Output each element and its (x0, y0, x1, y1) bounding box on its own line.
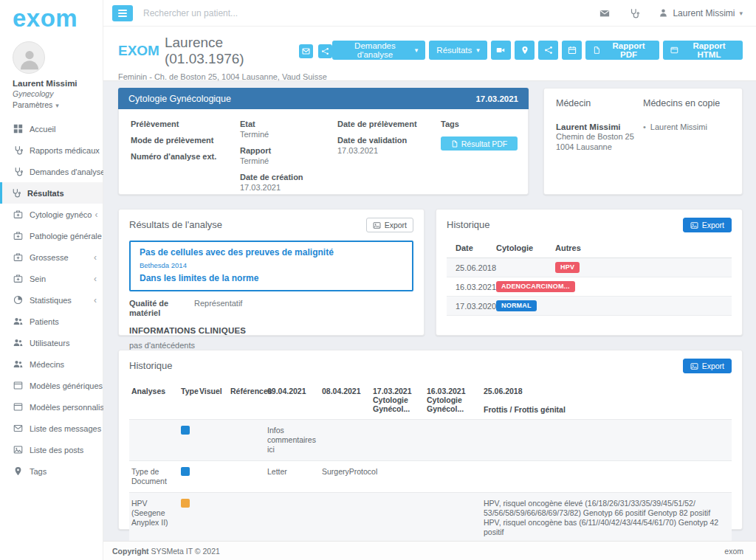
image-icon (13, 445, 23, 454)
sidebar-item-sein[interactable]: Sein (0, 268, 103, 289)
brand-logo: exom (0, 0, 103, 32)
history-col-autres: Autres (546, 240, 732, 258)
sidebar-item-grossesse[interactable]: Grossesse (0, 246, 103, 268)
sidebar-item-utilisateurs[interactable]: Utilisateurs (0, 332, 103, 353)
medical-case-icon (13, 231, 23, 241)
share-button[interactable] (538, 41, 558, 60)
image-icon (690, 362, 698, 370)
result-line-2: Bethesda 2014 (140, 261, 403, 269)
avatar (13, 41, 45, 74)
field-date-creation-value: 17.03.2021 (240, 182, 337, 193)
resultat-pdf-button[interactable]: Résultat PDF (441, 136, 518, 151)
calendar-button[interactable] (562, 41, 582, 60)
analysis-card-body: Prélèvement Mode de prélèvement Numéro d… (119, 109, 528, 193)
sidebar: exom Laurent Missimi Gynecology Paramètr… (0, 0, 103, 560)
sidebar-item-demandes-analyse[interactable]: Demandes d'analyse (0, 161, 103, 182)
patient-email-button[interactable] (299, 44, 313, 58)
map-pin-icon (13, 466, 23, 476)
timeline-panel-title: Historique (129, 359, 173, 371)
envelope-icon (302, 47, 310, 55)
app-root: exom Laurent Missimi Gynecology Paramètr… (0, 0, 756, 560)
main-column: Laurent Missimi EXOM Laurence (01.03.197… (103, 0, 756, 560)
clinical-info-value: pas d'antécédents (129, 341, 413, 350)
sidebar-item-statistiques[interactable]: Statistiques (0, 289, 103, 311)
results-export-button[interactable]: Export (366, 218, 413, 232)
patient-header: EXOM Laurence (01.03.1976) Feminin - Ch.… (103, 27, 756, 81)
resultats-dropdown[interactable]: Résultats (429, 41, 487, 60)
video-camera-icon (496, 46, 505, 55)
analysis-card-header: Cytologie Gynécologique 17.03.2021 (118, 88, 529, 109)
timeline-row[interactable]: Infos commentaires ici (129, 420, 732, 461)
sidebar-item-patients[interactable]: Patients (0, 311, 103, 332)
results-panel-title: Résultats de l'analyse (129, 218, 222, 230)
file-icon (451, 140, 458, 148)
timeline-panel: Historique Export Analyses Type Visuel R… (118, 350, 743, 530)
field-prelevement: Prélèvement (131, 119, 240, 129)
doctor-card: Médecin Laurent Missimi Chemin de Boston… (543, 88, 743, 195)
envelope-icon (13, 424, 23, 433)
medical-case-icon (13, 274, 23, 283)
messages-envelope-icon[interactable] (599, 8, 610, 18)
history-row[interactable]: 16.03.2021 ADENOCARCINOM... (447, 277, 732, 297)
profile-settings-dropdown[interactable]: Paramètres (13, 100, 91, 109)
video-call-button[interactable] (491, 41, 511, 60)
location-button[interactable] (515, 41, 535, 60)
history-export-button[interactable]: Export (683, 218, 732, 232)
sidebar-item-resultats[interactable]: Résultats (0, 182, 103, 204)
type-square-blue (181, 426, 190, 435)
user-menu-name: Laurent Missimi (673, 8, 735, 18)
field-date-validation-value: 17.03.2021 (337, 145, 441, 156)
patient-share-button[interactable] (318, 44, 332, 58)
status-badge: HPV (555, 262, 580, 273)
doctor-copy-item: Laurent Missimi (643, 122, 730, 131)
patient-subtitle: Feminin - Ch. de Boston 25, 1004 Lausann… (118, 72, 332, 81)
history-row[interactable]: 17.03.2020 NORMAL (447, 297, 732, 316)
sidebar-item-liste-messages[interactable]: Liste des messages (0, 418, 103, 439)
history-row[interactable]: 25.06.2018 HPV (447, 258, 732, 277)
sidebar-item-rapports-medicaux[interactable]: Rapports médicaux (0, 139, 103, 161)
user-menu[interactable]: Laurent Missimi (659, 8, 743, 18)
timeline-col-date-1: 09.04.2021 (265, 382, 320, 420)
footer: Copyright SYSMeta IT © 2021 exom (103, 541, 756, 560)
sidebar-item-modeles-generiques[interactable]: Modèles génériques (0, 375, 103, 396)
users-icon (13, 317, 23, 326)
field-rapport-value: Terminé (240, 156, 337, 166)
sidebar-item-accueil[interactable]: Accueil (0, 118, 103, 139)
menu-toggle-button[interactable] (112, 5, 133, 21)
users-icon (13, 359, 23, 369)
history-col-date: Date (447, 240, 487, 258)
row-analysis: Cytologie Gynécologique 17.03.2021 Prélè… (118, 88, 743, 195)
sidebar-item-medecins[interactable]: Médecins (0, 353, 103, 375)
timeline-col-visuel: Visuel (197, 382, 228, 420)
result-line-1: Pas de cellules avec des preuves de mali… (140, 247, 403, 257)
topbar-actions: Laurent Missimi (599, 8, 756, 18)
users-icon (13, 338, 23, 348)
rapport-html-button[interactable]: Rapport HTML (663, 41, 743, 60)
search-input[interactable] (143, 8, 350, 18)
sidebar-item-pathologie-generale[interactable]: Pathologie générale (0, 225, 103, 246)
file-icon (593, 46, 601, 55)
timeline-col-date-5: 25.06.2018Frottis / Frottis génital (481, 382, 732, 420)
sidebar-item-tags[interactable]: Tags (0, 460, 103, 482)
type-square-blue (181, 467, 190, 476)
topbar: Laurent Missimi (103, 0, 756, 27)
footer-copyright: Copyright SYSMeta IT © 2021 (112, 547, 220, 556)
map-pin-icon (520, 46, 529, 55)
pie-chart-icon (13, 295, 23, 305)
demandes-analyse-dropdown[interactable]: Demandes d'analyse (332, 41, 425, 60)
medical-case-icon (13, 252, 23, 262)
timeline-row[interactable]: HPV (Seegene Anyplex II) HPV, risquel on… (129, 493, 732, 542)
sidebar-item-cytologie-gyneco[interactable]: Cytologie gynéco (0, 204, 103, 225)
timeline-export-button[interactable]: Export (683, 359, 732, 373)
medical-case-icon (13, 210, 23, 219)
timeline-row[interactable]: Type de Document Letter SurgeryProtocol (129, 461, 732, 493)
rapport-pdf-button[interactable]: Rapport PDF (585, 41, 659, 60)
stethoscope-icon[interactable] (629, 8, 639, 18)
type-square-orange (181, 499, 190, 508)
sidebar-item-modeles-personnalises[interactable]: Modèles personnalisés (0, 396, 103, 418)
sidebar-item-liste-posts[interactable]: Liste des posts (0, 439, 103, 460)
row-timeline: Historique Export Analyses Type Visuel R… (118, 350, 743, 530)
history-col-cytologie: Cytologie (487, 240, 546, 258)
calendar-icon (568, 46, 577, 55)
content-area: Cytologie Gynécologique 17.03.2021 Prélè… (103, 81, 756, 541)
